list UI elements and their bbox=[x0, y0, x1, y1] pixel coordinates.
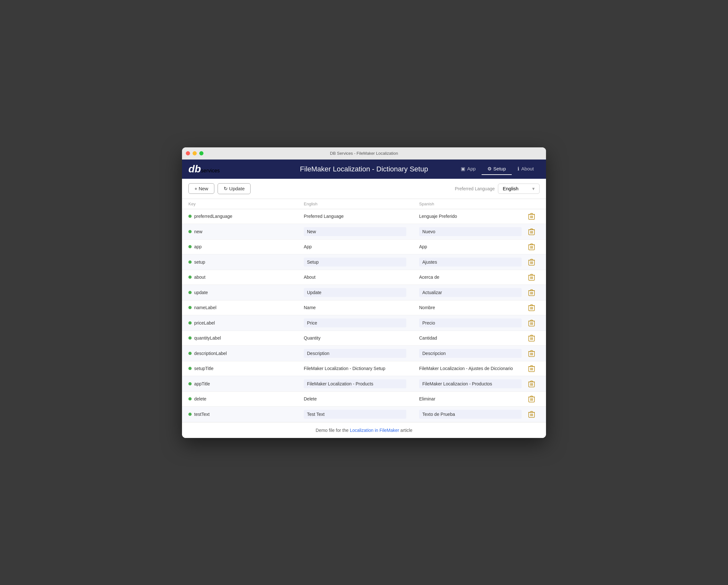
spanish-input[interactable] bbox=[419, 336, 522, 341]
status-dot bbox=[188, 245, 191, 248]
cell-spanish[interactable] bbox=[419, 224, 524, 239]
status-dot bbox=[188, 321, 191, 324]
logo: dbservices bbox=[188, 163, 220, 175]
cell-spanish[interactable] bbox=[419, 315, 524, 330]
english-input[interactable] bbox=[304, 244, 406, 249]
key-value: appTitle bbox=[194, 381, 210, 387]
cell-english[interactable] bbox=[304, 393, 419, 405]
cell-spanish[interactable] bbox=[419, 393, 524, 405]
table-row: setupTitle bbox=[182, 362, 546, 376]
english-input[interactable] bbox=[304, 410, 406, 419]
new-button[interactable]: + New bbox=[188, 183, 214, 194]
table-row: new bbox=[182, 224, 546, 240]
nav-link-app-label: App bbox=[467, 166, 476, 171]
delete-button[interactable] bbox=[524, 362, 540, 375]
cell-spanish[interactable] bbox=[419, 271, 524, 283]
spanish-input[interactable] bbox=[419, 214, 522, 219]
cell-spanish[interactable] bbox=[419, 241, 524, 252]
cell-spanish[interactable] bbox=[419, 406, 524, 422]
cell-spanish[interactable] bbox=[419, 302, 524, 313]
spanish-input[interactable] bbox=[419, 305, 522, 310]
english-input[interactable] bbox=[304, 214, 406, 219]
cell-key: delete bbox=[188, 393, 304, 405]
cell-english[interactable] bbox=[304, 406, 419, 422]
nav-link-about[interactable]: ℹ About bbox=[512, 163, 540, 175]
spanish-input[interactable] bbox=[419, 396, 522, 401]
english-input[interactable] bbox=[304, 227, 406, 236]
english-input[interactable] bbox=[304, 305, 406, 310]
english-input[interactable] bbox=[304, 318, 406, 327]
cell-spanish[interactable] bbox=[419, 255, 524, 270]
english-input[interactable] bbox=[304, 396, 406, 401]
cell-spanish[interactable] bbox=[419, 332, 524, 344]
table-row: quantityLabel bbox=[182, 331, 546, 346]
spanish-input[interactable] bbox=[419, 349, 522, 358]
delete-button[interactable] bbox=[524, 392, 540, 406]
spanish-input[interactable] bbox=[419, 379, 522, 388]
cell-key: preferredLanguage bbox=[188, 211, 304, 222]
titlebar: DB Services - FileMaker Localization bbox=[182, 148, 546, 160]
table-body: preferredLanguage new bbox=[182, 209, 546, 422]
delete-button[interactable] bbox=[524, 301, 540, 314]
delete-button[interactable] bbox=[524, 240, 540, 254]
cell-english[interactable] bbox=[304, 224, 419, 239]
cell-english[interactable] bbox=[304, 315, 419, 330]
close-button[interactable] bbox=[186, 151, 190, 155]
footer-link[interactable]: Localization in FileMaker bbox=[350, 428, 399, 433]
spanish-input[interactable] bbox=[419, 258, 522, 267]
spanish-input[interactable] bbox=[419, 410, 522, 419]
cell-english[interactable] bbox=[304, 363, 419, 374]
logo-rest: services bbox=[201, 168, 220, 174]
delete-button[interactable] bbox=[524, 210, 540, 223]
delete-button[interactable] bbox=[524, 347, 540, 360]
minimize-button[interactable] bbox=[192, 151, 197, 155]
english-input[interactable] bbox=[304, 366, 406, 371]
setup-icon: ⚙ bbox=[487, 166, 492, 172]
delete-button[interactable] bbox=[524, 377, 540, 391]
english-input[interactable] bbox=[304, 379, 406, 388]
spanish-input[interactable] bbox=[419, 288, 522, 297]
cell-spanish[interactable] bbox=[419, 346, 524, 361]
english-input[interactable] bbox=[304, 258, 406, 267]
spanish-input[interactable] bbox=[419, 366, 522, 371]
delete-button[interactable] bbox=[524, 316, 540, 330]
delete-button[interactable] bbox=[524, 407, 540, 421]
cell-english[interactable] bbox=[304, 271, 419, 283]
status-dot bbox=[188, 261, 191, 264]
cell-english[interactable] bbox=[304, 255, 419, 270]
nav-link-setup[interactable]: ⚙ Setup bbox=[482, 163, 512, 175]
cell-spanish[interactable] bbox=[419, 285, 524, 300]
delete-button[interactable] bbox=[524, 270, 540, 284]
spanish-input[interactable] bbox=[419, 274, 522, 280]
cell-key: appTitle bbox=[188, 378, 304, 390]
maximize-button[interactable] bbox=[199, 151, 204, 155]
delete-button[interactable] bbox=[524, 331, 540, 345]
spanish-input[interactable] bbox=[419, 244, 522, 249]
nav-link-app[interactable]: ▣ App bbox=[455, 163, 482, 175]
spanish-input[interactable] bbox=[419, 318, 522, 327]
delete-button[interactable] bbox=[524, 286, 540, 299]
english-input[interactable] bbox=[304, 349, 406, 358]
spanish-input[interactable] bbox=[419, 227, 522, 236]
status-dot bbox=[188, 352, 191, 355]
cell-english[interactable] bbox=[304, 285, 419, 300]
english-input[interactable] bbox=[304, 288, 406, 297]
cell-spanish[interactable] bbox=[419, 363, 524, 374]
dictionary-table: Key English Spanish preferredLanguage bbox=[182, 199, 546, 422]
cell-english[interactable] bbox=[304, 302, 419, 313]
cell-spanish[interactable] bbox=[419, 211, 524, 222]
cell-english[interactable] bbox=[304, 376, 419, 392]
cell-spanish[interactable] bbox=[419, 376, 524, 392]
english-input[interactable] bbox=[304, 274, 406, 280]
cell-key: setupTitle bbox=[188, 363, 304, 374]
cell-english[interactable] bbox=[304, 241, 419, 252]
cell-english[interactable] bbox=[304, 332, 419, 344]
language-dropdown[interactable]: English ▾ bbox=[498, 184, 540, 194]
table-row: descriptionLabel bbox=[182, 346, 546, 362]
english-input[interactable] bbox=[304, 336, 406, 341]
update-button[interactable]: ↻ Update bbox=[217, 183, 251, 194]
cell-english[interactable] bbox=[304, 346, 419, 361]
cell-english[interactable] bbox=[304, 211, 419, 222]
delete-button[interactable] bbox=[524, 255, 540, 269]
delete-button[interactable] bbox=[524, 225, 540, 238]
